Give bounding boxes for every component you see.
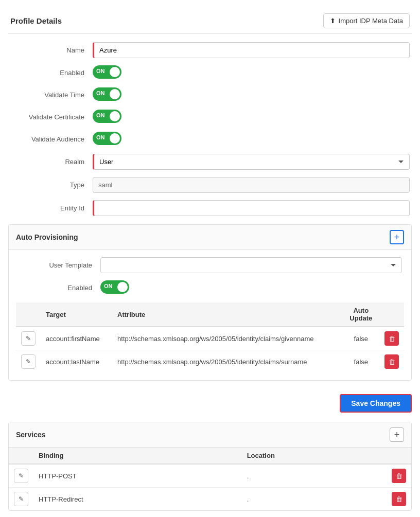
services-table-row: ✎ HTTP-Redirect . 🗑 [9,488,411,511]
services-title: Services [16,431,46,439]
type-field-wrap [93,177,410,193]
edit-icon: ✎ [19,472,24,479]
svc-location-1: . [242,488,387,511]
row-delete-cell-0: 🗑 [379,327,404,350]
col-auto-update-header: AutoUpdate [343,302,379,327]
name-input[interactable] [93,42,410,58]
realm-row: Realm User Admin Guest [8,154,412,170]
row-auto-update-1: false [343,350,379,373]
validate-certificate-slider: ON [93,110,121,123]
svc-location-0: . [242,464,387,488]
validate-time-slider: ON [93,87,121,101]
svc-delete-cell-1: 🗑 [387,488,411,511]
save-changes-button[interactable]: Save Changes [340,394,412,413]
trash-icon: 🗑 [396,472,402,480]
validate-audience-row: Validate Audience ON [8,132,412,147]
row-attribute-1: http://schemas.xmlsoap.org/ws/2005/05/id… [112,350,343,373]
edit-row-button-0[interactable]: ✎ [21,331,36,346]
delete-row-button-0[interactable]: 🗑 [384,331,399,346]
validate-audience-slider: ON [93,132,121,145]
table-header-row: Target Attribute AutoUpdate [16,302,404,327]
profile-details-form: Name Enabled ON Validate Time [8,42,412,216]
upload-icon: ⬆ [330,17,336,25]
services-plus-icon: + [394,430,400,440]
user-template-select[interactable] [100,257,402,273]
services-col-edit [9,448,33,464]
enabled-toggle-wrap: ON [93,65,410,80]
auto-provisioning-enabled-row: Enabled ON [16,280,404,295]
entity-id-field-wrap [93,200,410,216]
user-template-label: User Template [18,261,100,269]
enabled-row: Enabled ON [8,65,412,80]
row-auto-update-0: false [343,327,379,350]
validate-audience-toggle[interactable]: ON [93,132,121,145]
entity-id-input[interactable] [93,200,410,216]
auto-provisioning-enabled-toggle-wrap: ON [100,280,402,295]
save-changes-row: Save Changes [8,389,412,418]
row-target-1: account:lastName [41,350,112,373]
table-row: ✎ account:lastName http://schemas.xmlsoa… [16,350,404,373]
services-section: Services + Binding Location ✎ HT [8,422,412,511]
services-col-binding-header: Binding [33,448,242,464]
auto-provisioning-body: User Template Enabled ON [9,250,411,380]
row-target-0: account:firstName [41,327,112,350]
auto-provisioning-add-button[interactable]: + [390,230,404,244]
enabled-label: Enabled [10,69,93,77]
auto-provisioning-title: Auto Provisioning [16,233,78,241]
row-attribute-0: http://schemas.xmlsoap.org/ws/2005/05/id… [112,327,343,350]
services-col-location-header: Location [242,448,387,464]
name-row: Name [8,42,412,58]
realm-label: Realm [10,158,93,166]
services-add-button[interactable]: + [390,427,404,442]
row-edit-cell-1: ✎ [16,350,41,373]
edit-icon: ✎ [26,358,31,365]
svc-binding-0: HTTP-POST [33,464,242,488]
validate-audience-toggle-wrap: ON [93,132,410,147]
plus-icon: + [394,232,400,243]
delete-row-button-1[interactable]: 🗑 [384,354,399,369]
enabled-slider: ON [93,65,121,79]
services-col-delete [387,448,411,464]
svc-delete-button-0[interactable]: 🗑 [392,469,406,483]
svc-edit-button-1[interactable]: ✎ [14,492,28,506]
services-header-row: Binding Location [9,448,411,464]
svc-delete-cell-0: 🗑 [387,464,411,488]
trash-icon: 🗑 [396,495,402,503]
type-label: Type [10,181,93,189]
validate-time-toggle[interactable]: ON [93,87,121,101]
edit-icon: ✎ [19,495,24,503]
user-template-row: User Template [16,257,404,273]
enabled-toggle[interactable]: ON [93,65,121,79]
validate-time-on-label: ON [96,90,105,96]
validate-certificate-on-label: ON [96,112,105,118]
col-attribute-header: Attribute [112,302,343,327]
auto-provisioning-enabled-slider: ON [100,280,129,294]
auto-provisioning-header: Auto Provisioning + [9,225,411,250]
validate-audience-label: Validate Audience [10,135,93,143]
row-edit-cell-0: ✎ [16,327,41,350]
svc-edit-button-0[interactable]: ✎ [14,469,28,483]
validate-certificate-label: Validate Certificate [10,113,93,121]
row-delete-cell-1: 🗑 [379,350,404,373]
user-template-select-wrap [100,257,402,273]
col-delete [379,302,404,327]
name-field-wrap [93,42,410,58]
type-row: Type [8,177,412,193]
name-label: Name [10,46,93,54]
trash-icon: 🗑 [389,335,395,343]
auto-provisioning-section: Auto Provisioning + User Template Enable… [8,224,412,381]
svc-delete-button-1[interactable]: 🗑 [392,492,406,506]
auto-provisioning-table: Target Attribute AutoUpdate ✎ account:fi… [16,302,404,373]
validate-certificate-toggle-wrap: ON [93,110,410,124]
realm-select-wrap: User Admin Guest [93,154,410,170]
page-title: Profile Details [10,16,62,25]
col-edit [16,302,41,327]
entity-id-row: Entity Id [8,200,412,216]
validate-certificate-toggle[interactable]: ON [93,110,121,123]
edit-row-button-1[interactable]: ✎ [21,354,36,369]
services-table: Binding Location ✎ HTTP-POST . 🗑 [9,448,411,510]
trash-icon: 🗑 [389,358,395,366]
realm-select[interactable]: User Admin Guest [93,154,410,170]
import-idp-button[interactable]: ⬆ Import IDP Meta Data [323,13,410,28]
auto-provisioning-enabled-toggle[interactable]: ON [100,280,129,294]
